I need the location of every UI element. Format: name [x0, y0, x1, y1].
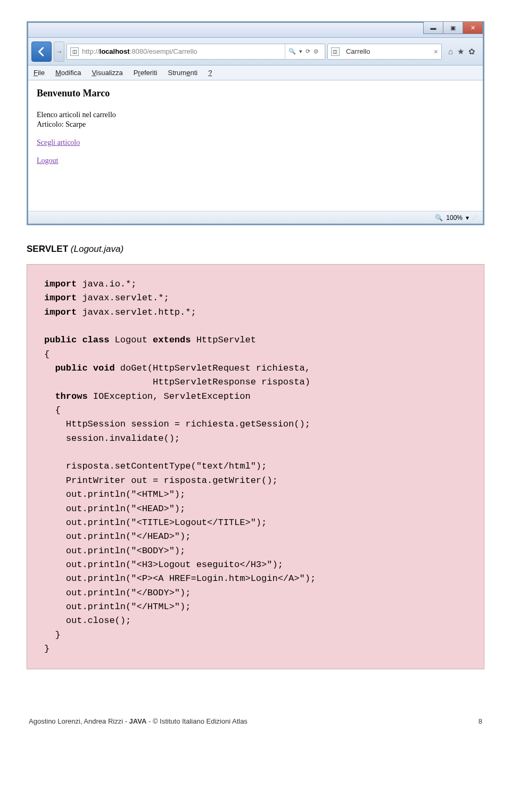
navbar: → ◫ http://localhost:8080/esempi/Carrell… — [28, 38, 483, 65]
site-icon: ◫ — [70, 47, 79, 56]
footer-credits: Agostino Lorenzi, Andrea Rizzi - JAVA - … — [29, 717, 248, 725]
minimize-button[interactable]: ▬ — [423, 21, 443, 34]
menu-file[interactable]: File — [34, 69, 45, 77]
tab-icon: ◫ — [331, 47, 340, 56]
zoom-level: 100% — [446, 214, 463, 222]
dropdown-icon[interactable]: ▾ — [298, 48, 303, 55]
tab-close-icon[interactable]: × — [434, 47, 438, 56]
choose-article-link[interactable]: Scegli articolo — [37, 138, 474, 147]
address-actions: 🔍 ▾ ⟳ ⊘ — [285, 44, 322, 60]
close-button[interactable]: ✕ — [463, 21, 483, 34]
section-heading: SERVLET (Logout.java) — [27, 244, 484, 255]
tab-title: Carrello — [346, 47, 431, 55]
code-block: import java.io.*; import javax.servlet.*… — [27, 264, 484, 669]
page-number: 8 — [479, 717, 482, 725]
page-content: Benvenuto Marco Elenco articoli nel carr… — [28, 80, 483, 211]
favorites-icon[interactable]: ★ — [457, 47, 464, 56]
refresh-icon[interactable]: ⟳ — [304, 48, 311, 55]
menubar: File Modifica Visualizza Preferiti Strum… — [28, 65, 483, 80]
search-icon[interactable]: 🔍 — [287, 48, 297, 55]
cart-item: Articolo: Scarpe — [37, 120, 474, 129]
statusbar: 🔍 100% ▾ ⋰ — [28, 211, 483, 224]
address-bar[interactable]: ◫ http://localhost:8080/esempi/Carrello … — [67, 44, 325, 60]
menu-visualizza[interactable]: Visualizza — [92, 69, 122, 77]
url-text: http://localhost:8080/esempi/Carrello — [82, 47, 197, 55]
toolbar-icons: ⌂ ★ ✿ — [444, 47, 480, 56]
zoom-dropdown-icon[interactable]: ▾ — [466, 214, 469, 222]
settings-icon[interactable]: ✿ — [468, 47, 475, 56]
menu-preferiti[interactable]: Preferiti — [134, 69, 158, 77]
cart-list-label: Elenco articoli nel carrello — [37, 111, 474, 119]
stop-icon[interactable]: ⊘ — [312, 48, 319, 55]
back-button[interactable] — [31, 42, 52, 62]
browser-window: ▬ ▣ ✕ → ◫ http://localhost:8080/esempi/C… — [27, 21, 484, 225]
titlebar: ▬ ▣ ✕ — [28, 23, 483, 38]
resize-grip[interactable]: ⋰ — [472, 215, 476, 220]
menu-help[interactable]: ? — [208, 69, 212, 77]
maximize-button[interactable]: ▣ — [443, 21, 463, 34]
page-footer: Agostino Lorenzi, Andrea Rizzi - JAVA - … — [27, 717, 484, 725]
logout-link[interactable]: Logout — [37, 157, 474, 165]
menu-strumenti[interactable]: Strumenti — [168, 69, 198, 77]
forward-button[interactable]: → — [54, 42, 64, 62]
page-heading: Benvenuto Marco — [37, 88, 474, 99]
menu-modifica[interactable]: Modifica — [55, 69, 81, 77]
browser-tab[interactable]: ◫ Carrello × — [327, 44, 442, 60]
home-icon[interactable]: ⌂ — [448, 47, 453, 56]
zoom-icon[interactable]: 🔍 — [435, 214, 443, 222]
